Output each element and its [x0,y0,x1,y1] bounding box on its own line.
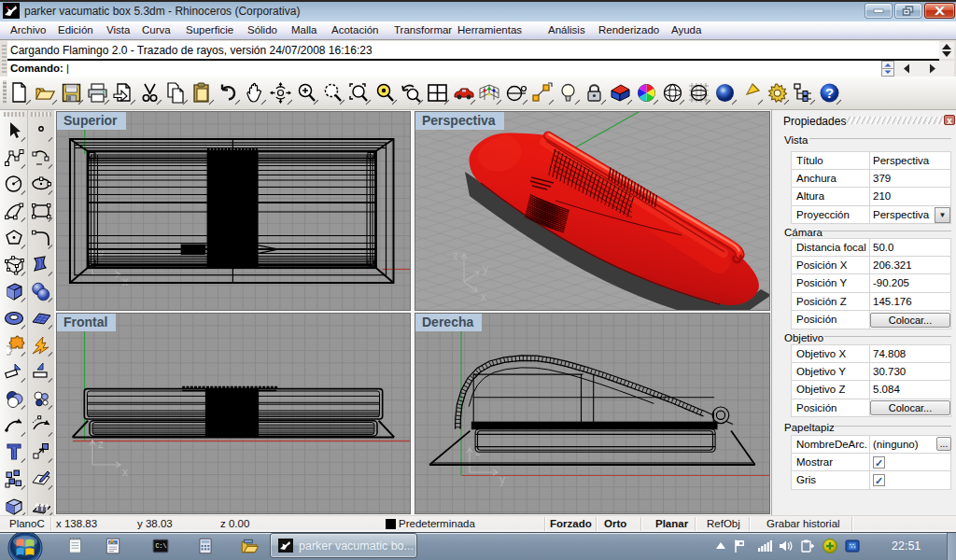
svg-text:x: x [481,290,486,303]
svg-text:z: z [453,249,458,262]
svg-text:y: y [499,473,505,486]
svg-text:z: z [98,438,104,451]
svg-text:?: ? [825,85,834,101]
svg-text:y: y [483,262,488,275]
svg-text:x: x [122,466,128,479]
svg-text:C:\: C:\ [155,542,166,550]
